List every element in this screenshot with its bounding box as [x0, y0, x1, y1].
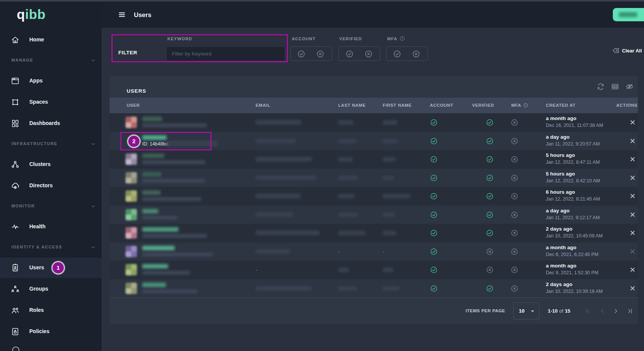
verified-yes-check-circle-icon[interactable]: [345, 50, 354, 58]
redacted-first-name: [383, 213, 395, 217]
verified-status-check-icon: [486, 211, 494, 219]
sidebar-item-home[interactable]: Home: [0, 30, 102, 50]
delete-user-icon[interactable]: [629, 119, 636, 126]
groups-icon: [11, 285, 20, 294]
last-name-empty-value: -: [338, 249, 340, 255]
redacted-user-subtext: [142, 271, 190, 275]
sidebar-item-apps[interactable]: Apps: [0, 71, 102, 91]
sidebar-item-clusters[interactable]: Clusters: [0, 154, 102, 175]
delete-user-icon[interactable]: [629, 193, 636, 199]
last-page-icon[interactable]: [626, 307, 634, 315]
account-status-check-icon: [430, 119, 438, 126]
account-status-check-icon: [430, 174, 438, 182]
account-status-check-icon: [430, 248, 438, 256]
pagination-range: 1-10of15: [548, 308, 570, 314]
mfa-no-x-circle-icon[interactable]: [412, 50, 420, 58]
directors-icon: [11, 181, 20, 190]
mfa-status-cross-icon: [510, 155, 518, 163]
mfa-status-cross-icon: [510, 192, 518, 200]
sidebar-item-label: Users: [29, 264, 44, 270]
redacted-email: [256, 120, 301, 125]
table-row[interactable]: a month agoDec 16, 2021, 11:07:38 AM: [110, 113, 638, 132]
refresh-icon[interactable]: [596, 82, 605, 91]
redacted-user-name: [142, 117, 162, 121]
delete-user-icon[interactable]: [629, 211, 636, 218]
keyword-input[interactable]: [166, 46, 285, 61]
sidebar-item-policies[interactable]: Policies: [0, 321, 102, 342]
first-page-icon[interactable]: [584, 307, 592, 315]
redacted-email: [256, 212, 293, 217]
brand-logo[interactable]: qibb: [17, 7, 46, 22]
first-name-empty-value: -: [383, 249, 384, 255]
delete-user-icon[interactable]: [629, 248, 636, 255]
table-row[interactable]: 6 hours agoJan 12, 2022, 8:21:45 AM: [110, 187, 638, 206]
delete-user-icon[interactable]: [629, 285, 636, 292]
partial-sidebar-item-icon: [11, 346, 20, 351]
mfa-yes-check-circle-icon[interactable]: [393, 50, 401, 58]
sidebar-item-label: Dashboards: [29, 120, 60, 126]
health-icon: [11, 222, 20, 231]
table-row[interactable]: --a month agoDec 6, 2021, 6:22:45 PM: [110, 242, 638, 261]
previous-page-icon[interactable]: [599, 307, 606, 315]
sidebar-section-monitor[interactable]: MONITOR: [0, 201, 102, 212]
created-at-absolute: Jan 12, 2022, 8:47:11 AM: [546, 160, 600, 165]
sidebar-section-identity-access[interactable]: IDENTITY & ACCESS: [0, 242, 102, 253]
redacted-first-name: [383, 176, 394, 180]
delete-user-icon[interactable]: [629, 174, 636, 181]
account-status-check-icon: [430, 155, 438, 163]
table-row[interactable]: 5 hours agoJan 12, 2022, 8:42:10 AM: [110, 169, 638, 187]
sidebar-item-users[interactable]: Users: [0, 258, 102, 278]
next-page-icon[interactable]: [612, 307, 620, 315]
sidebar-item-directors[interactable]: Directors: [0, 176, 102, 196]
col-verified: VERIFIED: [472, 103, 494, 108]
account-status-check-icon: [430, 266, 438, 274]
sidebar-item-groups[interactable]: Groups: [0, 279, 102, 299]
table-view-icon[interactable]: [611, 82, 619, 91]
delete-user-icon[interactable]: [629, 266, 636, 273]
chevron-down-icon: [90, 203, 97, 210]
created-at-absolute: Dec 6, 2021, 6:22:45 PM: [546, 252, 598, 257]
sidebar-item-health[interactable]: Health: [0, 217, 102, 237]
sidebar-item-dashboards[interactable]: Dashboards: [0, 113, 102, 134]
created-at-relative: a month ago: [546, 263, 576, 269]
table-body: a month agoDec 16, 2021, 11:07:38 AMID: …: [110, 113, 638, 297]
delete-user-icon[interactable]: [629, 229, 636, 236]
mfa-column-info-icon[interactable]: [523, 103, 528, 108]
account-yes-check-circle-icon[interactable]: [297, 50, 305, 58]
eye-off-icon[interactable]: [625, 82, 634, 91]
table-row[interactable]: a day agoJan 11, 2022, 9:12:17 AM: [110, 206, 638, 224]
sidebar-section-label: INFRASTRUCTURE: [11, 141, 57, 146]
users-panel: USERS USER EMAIL LAST NAME FIRST NAME AC…: [110, 76, 638, 324]
created-at-absolute: Jan 10, 2022, 10:39:16 AM: [546, 289, 603, 294]
account-status-check-icon: [430, 192, 438, 200]
redacted-button-label: [619, 12, 637, 17]
account-no-x-circle-icon[interactable]: [316, 50, 324, 58]
hamburger-menu-icon[interactable]: [118, 11, 126, 19]
sidebar-item-label: Apps: [29, 77, 43, 84]
table-row[interactable]: 5 hours agoJan 12, 2022, 8:47:11 AM: [110, 150, 638, 169]
created-at-absolute: Jan 12, 2022, 8:21:45 AM: [546, 196, 600, 202]
filter-label: FILTER: [118, 50, 137, 55]
topbar-action-button[interactable]: [613, 8, 644, 21]
mfa-info-icon[interactable]: [399, 36, 405, 41]
sidebar-section-manage[interactable]: MANAGE: [0, 55, 102, 66]
col-account: ACCOUNT: [430, 103, 453, 108]
redacted-email: [256, 176, 316, 180]
table-row[interactable]: ID: 14b48bd7a day agoJan 11, 2022, 9:20:…: [110, 132, 638, 150]
verified-no-x-circle-icon[interactable]: [364, 50, 373, 58]
sidebar-item-spaces[interactable]: Spaces: [0, 92, 102, 112]
sidebar-item-label: Policies: [29, 328, 49, 334]
chevron-down-icon: [90, 141, 97, 147]
delete-user-icon[interactable]: [629, 156, 636, 163]
verified-filter-group: [339, 46, 380, 61]
delete-user-icon[interactable]: [629, 138, 636, 144]
items-per-page-select[interactable]: 10: [513, 302, 539, 319]
sidebar-item-roles[interactable]: Roles: [0, 300, 102, 321]
email-empty-value: -: [256, 267, 257, 273]
redacted-first-name: [383, 268, 393, 272]
backspace-icon: [612, 47, 620, 54]
sidebar-section-infrastructure[interactable]: INFRASTRUCTURE: [0, 138, 102, 150]
table-row[interactable]: 2 days agoJan 10, 2022, 10:45:09 AM: [110, 224, 638, 242]
table-row[interactable]: -a month agoDec 9, 2021, 1:52:30 PM: [110, 261, 638, 279]
table-row[interactable]: 2 days agoJan 10, 2022, 10:39:16 AM: [110, 279, 638, 298]
